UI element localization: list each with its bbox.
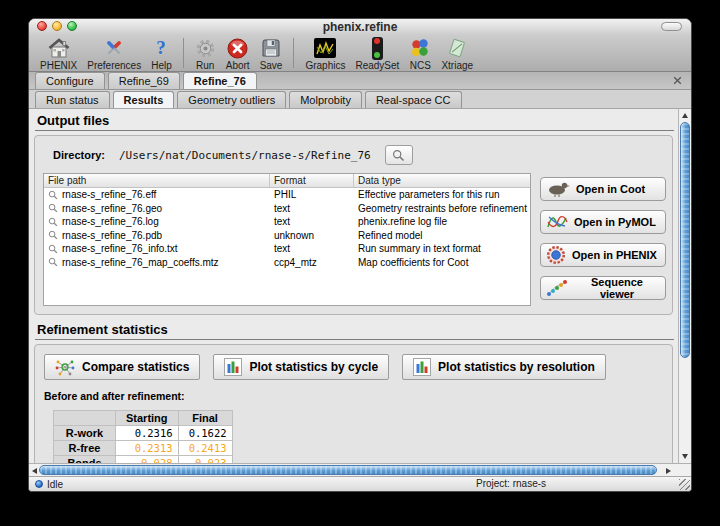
stats-row-label: Bonds <box>54 456 116 464</box>
toolbar-button-save[interactable]: Save <box>255 35 288 71</box>
sequence-viewer-button[interactable]: Sequence viewer <box>540 276 666 300</box>
toolbar-toggle-pill-button[interactable] <box>661 22 682 31</box>
horizontal-scrollbar[interactable] <box>29 463 691 476</box>
open-in-coot-button[interactable]: Open in Coot <box>540 177 666 201</box>
ncs-cluster-icon <box>409 36 431 60</box>
phenix-molecule-icon <box>546 245 566 265</box>
magnifier-icon <box>48 230 58 240</box>
stats-col-final: Final <box>178 411 232 426</box>
browse-directory-button[interactable] <box>385 145 413 165</box>
stats-row-r-work: R-work 0.2316 0.1622 <box>54 426 233 441</box>
directory-row: Directory: /Users/nat/Documents/rnase-s/… <box>53 145 666 165</box>
file-format: PHIL <box>270 189 354 200</box>
scroll-left-arrow-icon[interactable] <box>32 468 37 474</box>
open-button-label: Open in PHENIX <box>572 249 657 261</box>
stats-starting-value: 0.2316 <box>116 426 179 441</box>
results-tab-bar: Run status Results Geometry outliers Mol… <box>29 90 691 109</box>
open-button-label: Open in Coot <box>576 183 645 195</box>
toolbar-label: NCS <box>410 60 431 71</box>
toolbar-button-graphics[interactable]: Graphics <box>300 35 350 71</box>
subtab-run-status[interactable]: Run status <box>35 91 110 108</box>
column-header-file-path[interactable]: File path <box>44 174 270 187</box>
toolbar-separator <box>183 38 184 68</box>
statistics-button-label: Compare statistics <box>82 360 189 374</box>
stats-final-value: 0.023 <box>178 456 232 464</box>
open-buttons-column: Open in Coot Open in PyMOL <box>540 173 666 300</box>
table-row[interactable]: rnase-s_refine_76.geo text Geometry rest… <box>44 202 530 216</box>
toolbar-button-run[interactable]: Run <box>190 35 221 71</box>
subtab-results[interactable]: Results <box>113 91 175 108</box>
file-format: text <box>270 216 354 227</box>
window-resize-grip[interactable] <box>679 479 690 490</box>
table-row[interactable]: rnase-s_refine_76.eff PHIL Effective par… <box>44 188 530 202</box>
scroll-right-arrow-icon[interactable] <box>666 468 671 474</box>
tab-refine-76[interactable]: Refine_76 <box>183 72 257 89</box>
directory-label: Directory: <box>53 149 105 161</box>
toolbar-button-readyset[interactable]: ReadySet <box>350 35 404 71</box>
status-bar: Idle Project: rnase-s <box>29 476 691 491</box>
electron-density-icon <box>314 36 336 60</box>
toolbar-button-xtriage[interactable]: Xtriage <box>436 35 478 71</box>
compare-statistics-button[interactable]: Compare statistics <box>44 354 200 380</box>
horizontal-scroll-thumb[interactable] <box>39 465 657 475</box>
table-row[interactable]: rnase-s_refine_76.log text phenix.refine… <box>44 215 530 229</box>
stats-row-r-free: R-free 0.2313 0.2413 <box>54 441 233 456</box>
toolbar-button-ncs[interactable]: NCS <box>404 35 436 71</box>
vertical-scrollbar[interactable] <box>678 109 691 463</box>
stats-starting-value: 0.028 <box>116 456 179 464</box>
results-panel: Output files Directory: /Users/nat/Docum… <box>29 109 691 463</box>
file-data-type: Refined model <box>354 230 531 241</box>
magnifier-icon <box>392 149 405 162</box>
zoom-window-button[interactable] <box>67 21 77 31</box>
toolbar-button-help[interactable]: ? Help <box>146 35 177 71</box>
title-bar: phenix.refine <box>29 19 691 34</box>
subtab-geometry-outliers[interactable]: Geometry outliers <box>177 91 286 108</box>
toolbar-label: Save <box>260 60 283 71</box>
stats-col-starting: Starting <box>116 411 179 426</box>
toolbar-button-phenix[interactable]: PHENIX <box>35 35 82 71</box>
table-row[interactable]: rnase-s_refine_76_map_coeffs.mtz ccp4_mt… <box>44 256 530 270</box>
output-files-table[interactable]: File path Format Data type rnase-s_refin… <box>43 173 531 306</box>
column-header-data-type[interactable]: Data type <box>354 174 531 187</box>
file-name: rnase-s_refine_76.geo <box>62 203 162 214</box>
tools-icon <box>103 36 125 60</box>
main-toolbar: PHENIX Preferences ? Help Run Abort <box>29 34 691 72</box>
toolbar-button-abort[interactable]: Abort <box>221 35 255 71</box>
file-format: text <box>270 243 354 254</box>
close-tab-icon[interactable] <box>673 76 682 85</box>
sequence-icon <box>546 279 568 297</box>
minimize-window-button[interactable] <box>52 21 62 31</box>
save-floppy-icon <box>261 36 281 60</box>
open-in-pymol-button[interactable]: Open in PyMOL <box>540 210 666 234</box>
plot-statistics-by-cycle-button[interactable]: Plot statistics by cycle <box>213 354 389 380</box>
plot-statistics-by-resolution-button[interactable]: Plot statistics by resolution <box>402 354 606 380</box>
subtab-molprobity[interactable]: Molprobity <box>289 91 362 108</box>
vertical-scroll-thumb[interactable] <box>680 122 690 358</box>
stats-header-row: Starting Final <box>54 411 233 426</box>
statistics-button-label: Plot statistics by cycle <box>249 360 378 374</box>
open-in-phenix-button[interactable]: Open in PHENIX <box>540 243 666 267</box>
column-header-format[interactable]: Format <box>270 174 354 187</box>
status-indicator-icon <box>35 480 43 488</box>
toolbar-label: ReadySet <box>355 60 399 71</box>
toolbar-button-preferences[interactable]: Preferences <box>82 35 146 71</box>
stats-row-label: R-work <box>54 426 116 441</box>
scroll-up-arrow-icon[interactable] <box>682 113 688 118</box>
window-controls <box>37 21 77 31</box>
table-row[interactable]: rnase-s_refine_76.pdb unknown Refined mo… <box>44 229 530 243</box>
pymol-ribbon-icon <box>546 213 568 231</box>
close-window-button[interactable] <box>37 21 47 31</box>
statistics-buttons-row: Compare statistics Plot statistics by cy… <box>44 354 666 380</box>
run-tab-bar: Configure Refine_69 Refine_76 <box>29 72 691 90</box>
subtab-real-space-cc[interactable]: Real-space CC <box>365 91 462 108</box>
tab-configure[interactable]: Configure <box>35 72 105 89</box>
magnifier-icon <box>48 203 58 213</box>
refinement-statistics-groupbox: Compare statistics Plot statistics by cy… <box>34 344 673 463</box>
gear-icon <box>195 36 216 60</box>
magnifier-icon <box>48 257 58 267</box>
scroll-down-arrow-icon[interactable] <box>682 454 688 459</box>
magnifier-icon <box>48 244 58 254</box>
compare-network-icon <box>55 358 75 376</box>
table-row[interactable]: rnase-s_refine_76_info.txt text Run summ… <box>44 242 530 256</box>
tab-refine-69[interactable]: Refine_69 <box>108 72 180 89</box>
